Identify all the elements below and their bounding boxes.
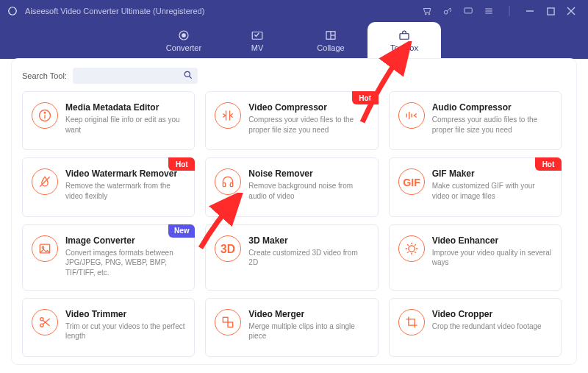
- tab-collage[interactable]: Collage: [294, 22, 368, 59]
- tool-text: Video CompressorCompress your video file…: [248, 102, 368, 139]
- tools-grid[interactable]: Media Metadata EditorKeep original file …: [22, 91, 566, 357]
- svg-point-2: [429, 13, 430, 15]
- tool-title: GIF Maker: [432, 168, 552, 179]
- tool-text: Video TrimmerTrim or cut your videos to …: [65, 309, 185, 346]
- titlebar: Aiseesoft Video Converter Ultimate (Unre…: [0, 0, 588, 22]
- svg-rect-32: [223, 317, 229, 322]
- feedback-icon[interactable]: [459, 1, 478, 21]
- converter-icon: [177, 29, 190, 42]
- tool-text: Video EnhancerImprove your video quality…: [432, 235, 552, 280]
- tool-desc: Merge multiple clips into a single piece: [248, 322, 368, 341]
- cart-icon[interactable]: [417, 1, 437, 21]
- tab-mv[interactable]: MV: [220, 22, 294, 59]
- tool-desc: Remove background noise from audio of vi…: [248, 181, 368, 201]
- svg-line-22: [40, 177, 49, 187]
- tool-card-gif-maker[interactable]: HotGIFGIF MakerMake customized GIF with …: [389, 157, 562, 216]
- app-logo-icon: [7, 5, 19, 17]
- search-icon[interactable]: [183, 70, 193, 83]
- svg-point-30: [40, 317, 43, 320]
- tool-title: Video Watermark Remover: [65, 168, 185, 179]
- close-button[interactable]: [562, 1, 581, 21]
- svg-point-1: [425, 13, 426, 15]
- tool-title: Video Compressor: [248, 102, 368, 113]
- tool-desc: Crop the redundant video footage: [432, 322, 552, 332]
- svg-rect-23: [223, 183, 226, 187]
- hot-badge: Hot: [168, 157, 195, 171]
- tool-card-audio-compressor[interactable]: Audio CompressorCompress your audio file…: [389, 91, 562, 150]
- tool-card-noise-remover[interactable]: Noise RemoverRemove background noise fro…: [205, 157, 378, 216]
- scissors-icon: [32, 309, 58, 335]
- tool-card-media-metadata-editor[interactable]: Media Metadata EditorKeep original file …: [22, 91, 195, 150]
- tool-title: Video Cropper: [432, 309, 552, 319]
- tool-desc: Trim or cut your videos to the perfect l…: [65, 322, 185, 341]
- tool-card-video-enhancer[interactable]: Video EnhancerImprove your video quality…: [389, 224, 562, 291]
- key-icon[interactable]: [438, 1, 457, 21]
- tool-text: Media Metadata EditorKeep original file …: [65, 102, 185, 139]
- tool-desc: Remove the watermark from the video flex…: [65, 181, 185, 201]
- tab-label: Collage: [317, 43, 344, 52]
- search-row: Search Tool:: [22, 68, 566, 84]
- svg-point-0: [9, 7, 17, 15]
- tool-title: 3D Maker: [248, 235, 368, 246]
- tool-desc: Compress your audio files to the proper …: [432, 115, 552, 135]
- search-input[interactable]: [73, 68, 198, 84]
- tool-title: Image Converter: [65, 235, 185, 246]
- new-badge: New: [168, 224, 195, 238]
- svg-point-9: [182, 34, 186, 38]
- compress-icon: [215, 102, 241, 129]
- tool-text: 3D MakerCreate customized 3D video from …: [248, 235, 368, 280]
- svg-text:GIF: GIF: [403, 177, 420, 188]
- tool-card-video-merger[interactable]: Video MergerMerge multiple clips into a …: [205, 298, 378, 357]
- tab-toolbox[interactable]: Toolbox: [368, 22, 441, 59]
- svg-rect-33: [228, 322, 233, 327]
- minimize-button[interactable]: [520, 1, 539, 21]
- tool-card-video-trimmer[interactable]: Video TrimmerTrim or cut your videos to …: [22, 298, 195, 357]
- navbar: Converter MV Collage Toolbox: [0, 22, 588, 59]
- tool-desc: Improve your video quality in several wa…: [432, 248, 552, 268]
- svg-point-31: [40, 324, 43, 327]
- info-icon: [32, 102, 58, 129]
- svg-line-16: [190, 77, 192, 79]
- tab-label: MV: [251, 43, 264, 52]
- svg-point-27: [42, 246, 44, 249]
- tabs: Converter MV Collage Toolbox: [147, 22, 441, 59]
- tool-text: Video MergerMerge multiple clips into a …: [248, 309, 368, 346]
- menu-icon[interactable]: [479, 1, 498, 21]
- tool-text: GIF MakerMake customized GIF with your v…: [432, 168, 552, 205]
- tool-title: Noise Remover: [248, 168, 368, 179]
- tool-card-3d-maker[interactable]: 3D3D MakerCreate customized 3D video fro…: [205, 224, 378, 291]
- tool-text: Video CropperCrop the redundant video fo…: [432, 309, 552, 346]
- content-panel: Search Tool: Media Metadata EditorKeep o…: [12, 59, 576, 364]
- svg-point-3: [444, 10, 448, 14]
- enhance-icon: [398, 235, 425, 262]
- tool-text: Video Watermark RemoverRemove the waterm…: [65, 168, 185, 205]
- tab-label: Converter: [166, 43, 201, 52]
- toolbox-icon: [398, 29, 411, 42]
- tool-desc: Convert images formats between JPG/JPEG,…: [65, 248, 185, 278]
- mv-icon: [251, 29, 264, 42]
- tab-converter[interactable]: Converter: [147, 22, 220, 59]
- tool-card-video-cropper[interactable]: Video CropperCrop the redundant video fo…: [389, 298, 562, 357]
- tool-card-image-converter[interactable]: NewImage ConverterConvert images formats…: [22, 224, 195, 291]
- svg-rect-24: [231, 183, 233, 187]
- maximize-button[interactable]: [541, 1, 560, 21]
- tab-label: Toolbox: [390, 43, 418, 52]
- crop-icon: [398, 309, 425, 335]
- hot-badge: Hot: [352, 91, 379, 104]
- svg-point-15: [184, 71, 190, 77]
- window-title: Aiseesoft Video Converter Ultimate (Unre…: [25, 7, 416, 15]
- tool-title: Video Merger: [248, 309, 368, 319]
- tool-card-video-watermark-remover[interactable]: HotVideo Watermark RemoverRemove the wat…: [22, 157, 195, 216]
- audio-compress-icon: [398, 102, 425, 129]
- svg-rect-7: [547, 7, 553, 14]
- tool-desc: Create customized 3D video from 2D: [248, 248, 368, 268]
- divider-icon: [500, 1, 519, 21]
- headphones-icon: [215, 168, 241, 195]
- tool-card-video-compressor[interactable]: HotVideo CompressorCompress your video f…: [205, 91, 378, 150]
- tool-text: Noise RemoverRemove background noise fro…: [248, 168, 368, 205]
- image-icon: [32, 235, 58, 262]
- svg-rect-4: [465, 8, 473, 13]
- tool-text: Image ConverterConvert images formats be…: [65, 235, 185, 280]
- merge-icon: [215, 309, 241, 335]
- tool-desc: Make customized GIF with your video or i…: [432, 181, 552, 201]
